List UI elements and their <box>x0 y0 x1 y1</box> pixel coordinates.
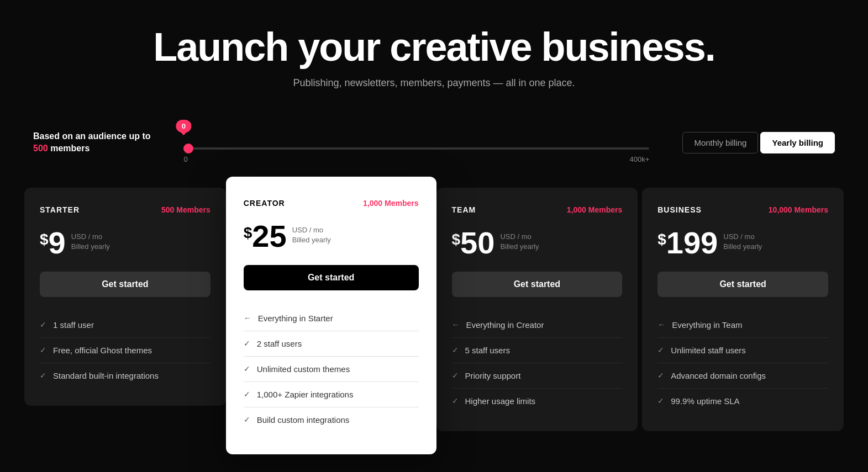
plan-price-unit: USD / mo <box>292 225 331 235</box>
check-icon: ✓ <box>452 346 459 354</box>
check-icon: ✓ <box>244 364 250 373</box>
plan-header: STARTER 500 Members <box>40 205 211 214</box>
plan-features-list: ✓ 1 staff user ✓ Free, official Ghost th… <box>40 312 211 388</box>
audience-value: 500 <box>33 144 48 153</box>
plan-feature: ✓ 2 staff users <box>244 331 419 357</box>
check-icon: ✓ <box>452 371 459 380</box>
yearly-billing-button[interactable]: Yearly billing <box>760 132 835 153</box>
plan-price-meta: USD / mo Billed yearly <box>500 232 539 252</box>
hero-subtitle: Publishing, newsletters, members, paymen… <box>11 77 857 89</box>
check-icon: ✓ <box>244 339 250 348</box>
plan-header: CREATOR 1,000 Members <box>244 199 419 208</box>
check-icon: ✓ <box>657 396 664 405</box>
audience-slider[interactable] <box>183 147 649 150</box>
plan-members: 1,000 Members <box>567 205 622 214</box>
plan-price-row: $ 9 USD / mo Billed yearly <box>40 227 211 258</box>
plan-feature: ✓ Standard built-in integrations <box>40 363 211 388</box>
plan-price-unit: USD / mo <box>71 232 110 242</box>
controls-row: Based on an audience up to 500 members 0… <box>0 107 868 163</box>
audience-label: Based on an audience up to 500 members <box>33 130 150 155</box>
check-icon: ✓ <box>657 371 664 380</box>
slider-wrapper: 0 0 400k+ <box>183 122 649 163</box>
plan-members: 1,000 Members <box>363 199 418 208</box>
plan-features-list: ← Everything in Team ✓ Unlimited staff u… <box>657 312 828 413</box>
plan-card-starter: STARTER 500 Members $ 9 USD / mo Billed … <box>24 188 226 406</box>
plan-name: STARTER <box>40 205 80 214</box>
check-icon: ✓ <box>40 346 46 354</box>
check-icon: ✓ <box>244 415 250 424</box>
plan-price-amount: $ 9 <box>40 227 66 258</box>
check-icon: ✓ <box>40 320 46 329</box>
plan-price-dollar: $ <box>657 231 666 248</box>
plan-feature: ← Everything in Team <box>657 312 828 338</box>
plan-card-creator: CREATOR 1,000 Members $ 25 USD / mo Bill… <box>226 177 436 454</box>
plan-price-row: $ 25 USD / mo Billed yearly <box>244 221 419 252</box>
plan-price-billing: Billed yearly <box>500 242 539 252</box>
check-icon: ✓ <box>657 346 664 354</box>
plan-feature: ✓ 5 staff users <box>452 338 623 363</box>
plan-card-team: TEAM 1,000 Members $ 50 USD / mo Billed … <box>436 188 638 431</box>
plan-feature: ✓ Advanced domain configs <box>657 363 828 389</box>
plan-price-number: 199 <box>666 227 718 258</box>
get-started-button-creator[interactable]: Get started <box>244 265 419 290</box>
slider-tooltip: 0 <box>176 120 191 132</box>
plan-price-billing: Billed yearly <box>71 242 110 252</box>
plan-price-unit: USD / mo <box>723 232 762 242</box>
plan-price-amount: $ 25 <box>244 221 287 252</box>
plan-feature: ← Everything in Creator <box>452 312 623 338</box>
get-started-button-starter[interactable]: Get started <box>40 272 211 297</box>
plan-feature: ✓ 99.9% uptime SLA <box>657 389 828 413</box>
plan-header: TEAM 1,000 Members <box>452 205 623 214</box>
plan-name: BUSINESS <box>657 205 702 214</box>
plan-price-dollar: $ <box>452 231 461 248</box>
plan-header: BUSINESS 10,000 Members <box>657 205 828 214</box>
plan-price-amount: $ 199 <box>657 227 718 258</box>
hero-title: Launch your creative business. <box>11 26 857 68</box>
plan-feature: ✓ Priority support <box>452 363 623 389</box>
plan-feature: ✓ Higher usage limits <box>452 389 623 413</box>
plan-feature: ✓ Free, official Ghost themes <box>40 338 211 363</box>
plan-price-number: 50 <box>460 227 495 258</box>
monthly-billing-button[interactable]: Monthly billing <box>682 132 758 153</box>
plan-features-list: ← Everything in Starter ✓ 2 staff users … <box>244 306 419 432</box>
hero-section: Launch your creative business. Publishin… <box>0 0 868 107</box>
plan-price-dollar: $ <box>244 224 252 242</box>
plan-members: 10,000 Members <box>769 205 828 214</box>
get-started-button-team[interactable]: Get started <box>452 272 623 297</box>
billing-toggle: Monthly billing Yearly billing <box>682 132 835 153</box>
check-icon: ✓ <box>244 390 250 399</box>
plan-price-dollar: $ <box>40 231 49 248</box>
plan-price-billing: Billed yearly <box>292 235 331 245</box>
get-started-button-business[interactable]: Get started <box>657 272 828 297</box>
plan-feature: ✓ Unlimited custom themes <box>244 357 419 382</box>
plan-price-number: 9 <box>49 227 66 258</box>
plan-feature: ← Everything in Starter <box>244 306 419 331</box>
plan-price-billing: Billed yearly <box>723 242 762 252</box>
plan-price-row: $ 50 USD / mo Billed yearly <box>452 227 623 258</box>
plans-container: STARTER 500 Members $ 9 USD / mo Billed … <box>0 163 868 468</box>
plan-price-unit: USD / mo <box>500 232 539 242</box>
plan-feature: ✓ Unlimited staff users <box>657 338 828 363</box>
plan-feature: ✓ Build custom integrations <box>244 407 419 432</box>
audience-unit: members <box>50 144 90 153</box>
plan-card-business: BUSINESS 10,000 Members $ 199 USD / mo B… <box>642 188 844 431</box>
plan-feature: ✓ 1,000+ Zapier integrations <box>244 382 419 407</box>
plan-price-meta: USD / mo Billed yearly <box>71 232 110 252</box>
plan-price-meta: USD / mo Billed yearly <box>723 232 762 252</box>
arrow-icon: ← <box>657 320 665 329</box>
plan-name: CREATOR <box>244 199 285 208</box>
plan-feature: ✓ 1 staff user <box>40 312 211 338</box>
plan-price-number: 25 <box>252 221 286 252</box>
check-icon: ✓ <box>40 371 46 380</box>
plan-features-list: ← Everything in Creator ✓ 5 staff users … <box>452 312 623 413</box>
plan-price-row: $ 199 USD / mo Billed yearly <box>657 227 828 258</box>
arrow-icon: ← <box>452 320 460 329</box>
plan-price-amount: $ 50 <box>452 227 495 258</box>
plan-price-meta: USD / mo Billed yearly <box>292 225 331 245</box>
plan-members: 500 Members <box>161 205 211 214</box>
arrow-icon: ← <box>244 314 251 322</box>
slider-labels: 0 400k+ <box>183 155 649 163</box>
plan-name: TEAM <box>452 205 476 214</box>
check-icon: ✓ <box>452 396 459 405</box>
